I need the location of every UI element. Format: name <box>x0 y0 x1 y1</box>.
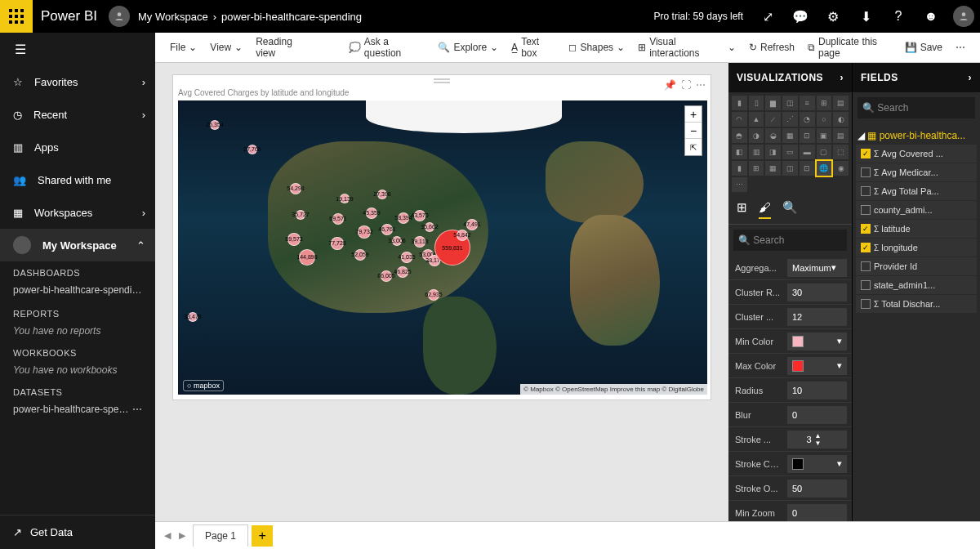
checkbox[interactable]: ✓ <box>861 243 871 252</box>
map-bubble[interactable]: 33,475 <box>188 312 198 323</box>
viz-type-tile[interactable]: ⬚ <box>833 145 849 159</box>
checkbox[interactable] <box>861 205 871 215</box>
zoom-out-button[interactable]: − <box>685 123 702 139</box>
explore-menu[interactable]: 🔍Explore ⌄ <box>431 38 505 56</box>
more-icon[interactable]: ⋯ <box>132 404 142 415</box>
viz-type-tile[interactable]: ▮ <box>732 96 747 110</box>
help-button[interactable]: ? <box>882 0 915 33</box>
viz-type-tile[interactable]: ◫ <box>782 96 798 110</box>
textbox-button[interactable]: A̲Text box <box>505 33 562 62</box>
field-item[interactable]: ΣTotal Dischar... <box>856 295 977 313</box>
viz-type-tile[interactable]: ⊡ <box>800 128 815 143</box>
shapes-menu[interactable]: ◻Shapes ⌄ <box>562 38 631 56</box>
more-menu[interactable]: ⋯ <box>949 33 972 62</box>
map-bubble[interactable]: 19,139 <box>340 194 350 203</box>
field-item[interactable]: county_admi... <box>856 201 977 219</box>
map-bubble[interactable]: 43,570 <box>414 210 425 221</box>
fields-tab[interactable]: ⊞ <box>737 200 747 219</box>
more-icon[interactable]: ⋯ <box>696 79 706 91</box>
viz-type-tile[interactable]: ▤ <box>833 96 849 110</box>
file-menu[interactable]: File ⌄ <box>163 38 203 56</box>
breadcrumb-root[interactable]: My Workspace <box>138 11 208 23</box>
viz-type-tile[interactable]: ⊞ <box>817 96 832 110</box>
fullscreen-button[interactable]: ⤢ <box>751 0 784 33</box>
refresh-button[interactable]: ↻Refresh <box>742 33 801 62</box>
account-button[interactable] <box>947 0 980 33</box>
prop-value[interactable]: ▾ <box>787 333 847 350</box>
viz-type-tile[interactable]: ▆ <box>765 96 781 110</box>
chevron-right-icon[interactable]: › <box>840 72 844 83</box>
notifications-button[interactable]: 💬 <box>784 0 817 33</box>
settings-button[interactable]: ⚙ <box>817 0 849 33</box>
map-bubble[interactable]: 26,354 <box>210 120 220 130</box>
feedback-button[interactable]: ☻ <box>915 0 947 33</box>
add-page-button[interactable]: + <box>252 525 273 547</box>
prop-value[interactable]: 0 <box>787 406 847 424</box>
drag-handle-icon[interactable] <box>434 78 450 83</box>
viz-type-tile[interactable]: ⊡ <box>800 161 815 176</box>
table-node[interactable]: ◢ ▦ power-bi-healthca... <box>856 127 977 145</box>
prop-value[interactable]: Maximum ▾ <box>787 259 847 277</box>
visual-interactions-menu[interactable]: ⊞Visual interactions ⌄ <box>631 33 742 62</box>
viz-type-tile[interactable]: ◔ <box>800 112 815 127</box>
viz-type-tile[interactable]: ⟋ <box>765 112 781 127</box>
checkbox[interactable]: ✓ <box>861 224 871 234</box>
map-bubble[interactable]: 46,761 <box>381 224 393 235</box>
viz-type-tile[interactable]: ▦ <box>782 128 798 143</box>
tab-prev-button[interactable]: ◀ <box>160 530 175 541</box>
dashboard-item[interactable]: power-bi-healthcare-spendin... <box>0 281 155 302</box>
viz-type-tile[interactable]: ▲ <box>749 112 764 127</box>
viz-type-tile[interactable]: ▭ <box>782 145 798 159</box>
checkbox[interactable]: ✓ <box>861 149 871 158</box>
breadcrumb-leaf[interactable]: power-bi-healthcare-spending <box>221 11 362 23</box>
map-bubble[interactable]: 41,035 <box>401 252 412 262</box>
viz-type-tile[interactable]: ⊞ <box>749 161 764 176</box>
prop-value[interactable]: ▾ <box>787 357 847 375</box>
checkbox[interactable] <box>861 261 871 271</box>
viz-type-tile[interactable]: ◫ <box>782 161 798 176</box>
view-menu[interactable]: View ⌄ <box>203 38 249 56</box>
map-bubble[interactable]: 27,766 <box>247 145 258 155</box>
map-bubble[interactable]: 46,825 <box>397 266 408 278</box>
prop-value[interactable]: 0 <box>787 504 847 522</box>
viz-type-tile[interactable]: ◧ <box>732 145 747 159</box>
prop-value[interactable]: 10 <box>787 382 847 399</box>
workspace-avatar[interactable] <box>109 6 130 27</box>
checkbox[interactable] <box>861 299 871 309</box>
checkbox[interactable] <box>861 186 871 196</box>
viz-type-tile[interactable]: ▤ <box>833 128 849 143</box>
map-bubble[interactable]: 144,898 <box>299 249 314 265</box>
chevron-right-icon[interactable]: › <box>969 72 973 83</box>
checkbox[interactable] <box>861 280 871 290</box>
pin-icon[interactable]: 📌 <box>664 79 676 91</box>
field-item[interactable]: ΣAvg Medicar... <box>856 163 977 181</box>
report-page[interactable]: 📌 ⛶ ⋯ Avg Covered Charges by latitude an… <box>172 74 711 400</box>
prop-value[interactable]: 50 <box>787 480 847 498</box>
get-data-button[interactable]: ↗Get Data <box>0 515 155 549</box>
map-bubble[interactable]: 47,491 <box>466 219 478 230</box>
map-visual[interactable]: 26,35427,76654,29835,72789,573144,89877,… <box>178 100 707 395</box>
app-launcher-button[interactable] <box>0 0 33 33</box>
nav-apps[interactable]: ▥Apps <box>0 131 155 163</box>
field-item[interactable]: Provider Id <box>856 257 977 275</box>
viz-type-tile[interactable]: ◉ <box>833 161 849 176</box>
viz-type-tile[interactable]: ⋰ <box>782 112 798 127</box>
map-bubble[interactable]: 54,298 <box>290 183 301 194</box>
viz-type-tile[interactable]: ◓ <box>732 128 747 143</box>
nav-recent[interactable]: ◷Recent› <box>0 98 155 131</box>
format-tab[interactable]: 🖌 <box>759 200 771 219</box>
download-button[interactable]: ⬇ <box>849 0 882 33</box>
nav-workspaces[interactable]: ▦Workspaces› <box>0 196 155 229</box>
viz-type-tile[interactable]: ▬ <box>800 145 815 159</box>
field-item[interactable]: ✓ΣAvg Covered ... <box>856 145 977 163</box>
viz-type-tile[interactable]: ◨ <box>765 145 781 159</box>
viz-type-tile[interactable]: ≡ <box>800 96 815 110</box>
field-item[interactable]: state_admin1... <box>856 276 977 294</box>
tab-next-button[interactable]: ▶ <box>175 530 189 541</box>
focus-mode-icon[interactable]: ⛶ <box>681 79 691 91</box>
viz-type-tile[interactable]: ◑ <box>749 128 764 143</box>
map-bubble[interactable]: 39,118 <box>414 236 425 247</box>
prop-value[interactable]: 12 <box>787 308 847 326</box>
viz-type-tile[interactable]: ▮ <box>732 161 747 176</box>
prop-value[interactable]: ▾ <box>787 455 847 473</box>
